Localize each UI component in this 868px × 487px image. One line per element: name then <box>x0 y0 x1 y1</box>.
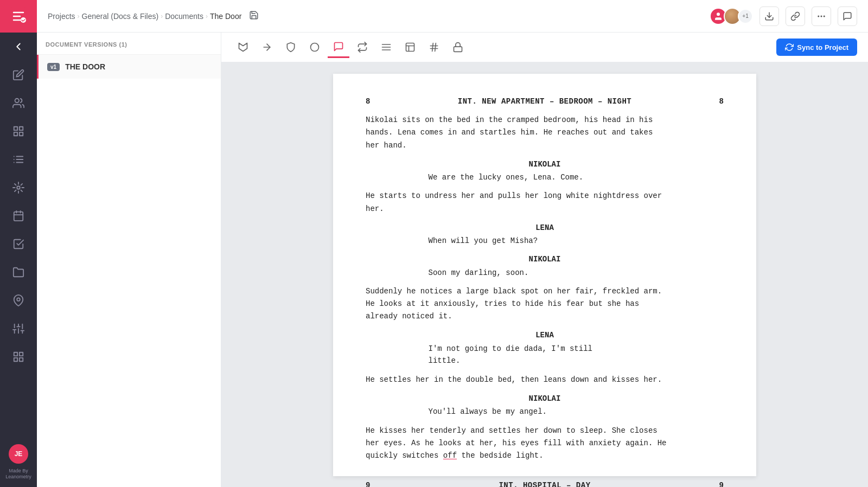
left-sidebar: JE Made By Leanometry <box>0 0 37 487</box>
toolbar-arrow-btn[interactable] <box>256 36 278 58</box>
scene-heading-9: 9 INT. HOSPITAL – DAY 9 <box>366 479 724 487</box>
sidebar-item-list[interactable] <box>0 145 37 174</box>
app-logo[interactable] <box>0 0 37 33</box>
toolbar-comment-btn[interactable] <box>328 36 349 58</box>
sync-to-project-button[interactable]: Sync to Project <box>776 39 857 56</box>
dialogue-nikolai-3: You'll always be my angel. <box>429 406 661 418</box>
sidebar-item-location[interactable] <box>0 286 37 315</box>
svg-point-35 <box>821 16 822 17</box>
action-text-1: Nikolai sits on the bed in the cramped b… <box>366 114 724 151</box>
dialogue-nikolai-2: Soon my darling, soon. <box>429 267 661 279</box>
sidebar-item-back[interactable] <box>0 33 37 61</box>
svg-point-34 <box>818 16 819 17</box>
svg-point-13 <box>17 186 20 189</box>
character-nikolai-2: NIKOLAI <box>366 253 724 265</box>
sidebar-item-tasks[interactable] <box>0 230 37 258</box>
svg-rect-3 <box>14 127 17 130</box>
script-page: 8 INT. NEW APARTMENT – BEDROOM – NIGHT 8… <box>333 74 756 476</box>
svg-point-2 <box>15 99 19 102</box>
toolbar-menu-btn[interactable] <box>375 36 397 58</box>
sidebar-item-grid[interactable] <box>0 343 37 371</box>
scene-number-9-end: 9 <box>719 479 724 487</box>
main-container: Projects › General (Docs & Files) › Docu… <box>37 0 868 487</box>
document-sidebar: DOCUMENT VERSIONS (1) v1 THE DOOR <box>37 33 221 487</box>
version-badge: v1 <box>47 63 60 71</box>
svg-rect-28 <box>14 353 17 356</box>
comment-button[interactable] <box>838 7 857 26</box>
svg-point-18 <box>17 298 20 301</box>
breadcrumb-sep-3: › <box>206 12 208 20</box>
scene-title-9: INT. HOSPITAL – DAY <box>499 479 590 487</box>
sidebar-item-integrations[interactable] <box>0 174 37 202</box>
version-title: THE DOOR <box>65 62 105 71</box>
svg-rect-4 <box>20 127 23 130</box>
link-button[interactable] <box>786 7 805 26</box>
content-area: DOCUMENT VERSIONS (1) v1 THE DOOR <box>37 33 868 487</box>
dialogue-lena-1: When will you get Misha? <box>429 235 661 247</box>
script-content[interactable]: 8 INT. NEW APARTMENT – BEDROOM – NIGHT 8… <box>221 63 868 487</box>
svg-point-32 <box>717 12 720 16</box>
toolbar-arrows-btn[interactable] <box>352 36 373 58</box>
sidebar-item-settings[interactable] <box>0 315 37 343</box>
svg-rect-31 <box>14 358 17 361</box>
sidebar-item-files[interactable] <box>0 258 37 286</box>
action-text-2: He starts to undress her and pulls her l… <box>366 190 724 215</box>
character-nikolai-1: NIKOLAI <box>366 158 724 170</box>
scene-heading-8: 8 INT. NEW APARTMENT – BEDROOM – NIGHT 8 <box>366 95 724 107</box>
breadcrumb-documents[interactable]: Documents <box>165 12 203 21</box>
sidebar-item-calendar[interactable] <box>0 202 37 230</box>
avatar-count: +1 <box>738 9 753 24</box>
toolbar-number-btn[interactable] <box>423 36 445 58</box>
sidebar-item-users[interactable] <box>0 89 37 117</box>
sidebar-item-board[interactable] <box>0 117 37 145</box>
svg-rect-49 <box>454 47 462 52</box>
toolbar-circle-btn[interactable] <box>304 36 326 58</box>
scene-number-8-end: 8 <box>719 95 724 107</box>
top-header: Projects › General (Docs & Files) › Docu… <box>37 0 868 33</box>
svg-rect-42 <box>406 43 414 52</box>
more-button[interactable] <box>812 7 831 26</box>
dialogue-nikolai-1: We are the lucky ones, Lena. Come. <box>429 171 661 183</box>
breadcrumb-current: The Door <box>210 12 241 21</box>
toolbar-lock-btn[interactable] <box>447 36 469 58</box>
user-avatar[interactable]: JE <box>9 444 28 464</box>
script-toolbar: Sync to Project <box>221 33 868 63</box>
script-area: Sync to Project 8 INT. NEW APARTMENT – B… <box>221 33 868 487</box>
action-text-4: He settles her in the double bed, then l… <box>366 374 724 386</box>
toolbar-scene-btn[interactable] <box>232 36 254 58</box>
svg-rect-6 <box>14 132 17 136</box>
scene-title-8: INT. NEW APARTMENT – BEDROOM – NIGHT <box>458 95 631 107</box>
action-text-5: He kisses her tenderly and settles her d… <box>366 425 724 462</box>
action-text-3: Suddenly he notices a large black spot o… <box>366 285 724 323</box>
svg-line-48 <box>435 43 436 52</box>
sync-label: Sync to Project <box>797 43 848 52</box>
download-button[interactable] <box>760 7 779 26</box>
dialogue-lena-2: I'm not going to die dada, I'm stilllitt… <box>429 343 661 367</box>
sidebar-item-edit[interactable] <box>0 61 37 89</box>
made-by-label: Made By Leanometry <box>5 468 31 480</box>
underline-off: off <box>443 451 457 460</box>
breadcrumb-projects[interactable]: Projects <box>48 12 75 21</box>
svg-rect-29 <box>20 353 23 356</box>
character-lena-1: LENA <box>366 222 724 234</box>
breadcrumb-sep-2: › <box>161 12 163 20</box>
svg-point-38 <box>311 43 319 52</box>
svg-rect-30 <box>20 358 23 361</box>
breadcrumb-general[interactable]: General (Docs & Files) <box>82 12 159 21</box>
toolbar-shield-btn[interactable] <box>280 36 302 58</box>
scene-number-8: 8 <box>366 95 370 107</box>
breadcrumb-sep-1: › <box>78 12 80 20</box>
svg-point-36 <box>824 16 825 17</box>
save-icon[interactable] <box>249 10 259 22</box>
svg-line-47 <box>432 43 433 52</box>
document-versions-header: DOCUMENT VERSIONS (1) <box>37 33 221 55</box>
scene-number-9: 9 <box>366 479 370 487</box>
toolbar-box-btn[interactable] <box>399 36 421 58</box>
avatar-group: +1 <box>710 8 753 25</box>
document-version-item[interactable]: v1 THE DOOR <box>37 55 221 79</box>
svg-rect-5 <box>20 132 23 136</box>
character-nikolai-3: NIKOLAI <box>366 393 724 405</box>
header-actions: +1 <box>710 7 857 26</box>
breadcrumb: Projects › General (Docs & Files) › Docu… <box>48 10 710 22</box>
character-lena-2: LENA <box>366 329 724 341</box>
